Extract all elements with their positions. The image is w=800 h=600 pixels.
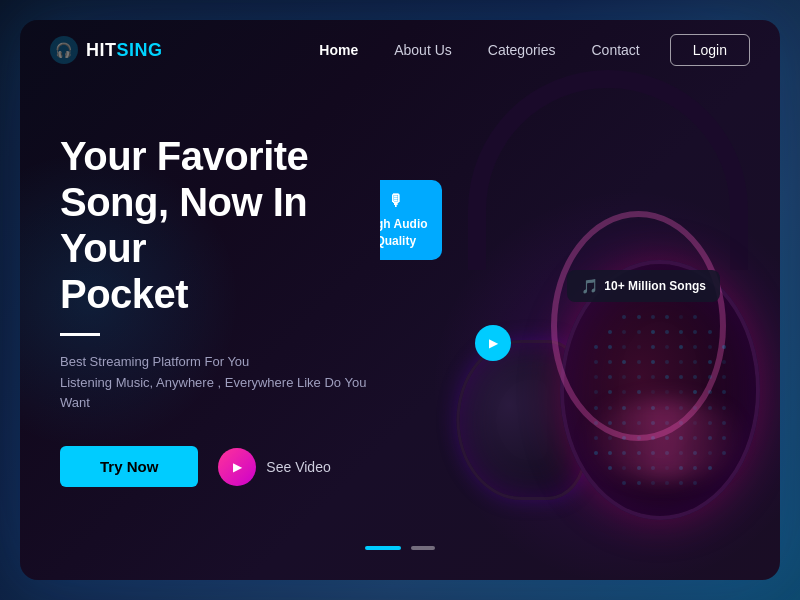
dot-cell xyxy=(637,390,641,394)
dot-cell xyxy=(594,406,598,410)
logo[interactable]: 🎧 HITSING xyxy=(50,36,163,64)
try-now-button[interactable]: Try Now xyxy=(60,446,198,487)
dot-1[interactable] xyxy=(365,546,401,550)
dot-cell xyxy=(651,360,655,364)
dot-cell xyxy=(637,375,641,379)
dot-cell xyxy=(594,330,598,334)
hero-left: Your Favorite Song, Now In Your Pocket B… xyxy=(20,53,380,547)
slide-dots xyxy=(365,546,435,550)
dot-cell xyxy=(622,390,626,394)
dot-cell xyxy=(608,330,612,334)
floating-play-button[interactable]: ▶ xyxy=(475,325,511,361)
dot-cell xyxy=(693,345,697,349)
nav-about[interactable]: About Us xyxy=(394,42,452,58)
dot-cell xyxy=(665,360,669,364)
dot-cell xyxy=(608,315,612,319)
dot-cell xyxy=(693,390,697,394)
dot-cell xyxy=(637,360,641,364)
dot-cell xyxy=(608,360,612,364)
dot-cell xyxy=(665,330,669,334)
mic-icon: 🎙 xyxy=(380,190,428,212)
dot-cell xyxy=(594,390,598,394)
dot-cell xyxy=(594,360,598,364)
hero-section: Your Favorite Song, Now In Your Pocket B… xyxy=(20,20,780,580)
dot-cell xyxy=(651,481,655,485)
logo-hit: HIT xyxy=(86,40,117,60)
hero-right: 🎙 High Audio Quality 🎵 10+ Million Songs… xyxy=(380,20,780,580)
dot-cell xyxy=(622,481,626,485)
badge-audio-quality: 🎙 High Audio Quality xyxy=(380,180,442,260)
dot-cell xyxy=(708,375,712,379)
see-video-button[interactable]: ▶ See Video xyxy=(218,448,330,486)
dot-cell xyxy=(608,375,612,379)
dot-cell xyxy=(608,390,612,394)
dot-cell xyxy=(722,315,726,319)
hero-subtitle: Best Streaming Platform For You Listenin… xyxy=(60,352,380,414)
dot-cell xyxy=(622,315,626,319)
hero-divider xyxy=(60,333,100,336)
dot-cell xyxy=(637,330,641,334)
highlight-glow xyxy=(585,400,745,480)
dot-cell xyxy=(693,330,697,334)
dot-cell xyxy=(679,481,683,485)
dot-cell xyxy=(708,390,712,394)
dot-cell xyxy=(708,360,712,364)
dot-cell xyxy=(722,330,726,334)
hero-buttons: Try Now ▶ See Video xyxy=(60,446,380,487)
logo-text: HITSING xyxy=(86,40,163,61)
dot-cell xyxy=(665,315,669,319)
dot-cell xyxy=(637,481,641,485)
dot-2[interactable] xyxy=(411,546,435,550)
dot-cell xyxy=(708,345,712,349)
dot-cell xyxy=(622,345,626,349)
dot-cell xyxy=(651,345,655,349)
dot-cell xyxy=(693,375,697,379)
logo-icon: 🎧 xyxy=(50,36,78,64)
dot-cell xyxy=(651,375,655,379)
dot-cell xyxy=(679,390,683,394)
navbar: 🎧 HITSING Home About Us Categories Conta… xyxy=(20,20,780,80)
music-note-icon: 🎵 xyxy=(581,278,598,294)
dot-cell xyxy=(651,330,655,334)
dot-cell xyxy=(722,345,726,349)
dot-cell xyxy=(679,375,683,379)
logo-sing: SING xyxy=(117,40,163,60)
dot-cell xyxy=(594,375,598,379)
dot-cell xyxy=(679,345,683,349)
app-frame: 🎧 HITSING Home About Us Categories Conta… xyxy=(20,20,780,580)
dot-cell xyxy=(722,406,726,410)
dot-cell xyxy=(608,345,612,349)
dot-cell xyxy=(622,330,626,334)
dot-cell xyxy=(594,345,598,349)
dot-cell xyxy=(622,375,626,379)
dot-cell xyxy=(637,315,641,319)
dot-cell xyxy=(679,330,683,334)
nav-links: Home About Us Categories Contact xyxy=(319,42,639,58)
dot-cell xyxy=(665,481,669,485)
dot-cell xyxy=(693,360,697,364)
badge-songs: 🎵 10+ Million Songs xyxy=(567,270,720,302)
dot-cell xyxy=(594,315,598,319)
dot-cell xyxy=(693,481,697,485)
dot-cell xyxy=(679,360,683,364)
dot-cell xyxy=(722,375,726,379)
dot-cell xyxy=(665,375,669,379)
login-button[interactable]: Login xyxy=(670,34,750,66)
dot-cell xyxy=(722,360,726,364)
dot-cell xyxy=(722,390,726,394)
dot-cell xyxy=(665,390,669,394)
dot-cell xyxy=(665,345,669,349)
dot-cell xyxy=(679,315,683,319)
dot-cell xyxy=(622,360,626,364)
nav-home[interactable]: Home xyxy=(319,42,358,58)
dot-cell xyxy=(693,315,697,319)
nav-categories[interactable]: Categories xyxy=(488,42,556,58)
dot-cell xyxy=(651,390,655,394)
dot-cell xyxy=(708,330,712,334)
dot-cell xyxy=(708,315,712,319)
nav-contact[interactable]: Contact xyxy=(591,42,639,58)
dot-cell xyxy=(637,345,641,349)
dot-cell xyxy=(651,315,655,319)
play-icon: ▶ xyxy=(218,448,256,486)
hero-title: Your Favorite Song, Now In Your Pocket xyxy=(60,133,380,317)
